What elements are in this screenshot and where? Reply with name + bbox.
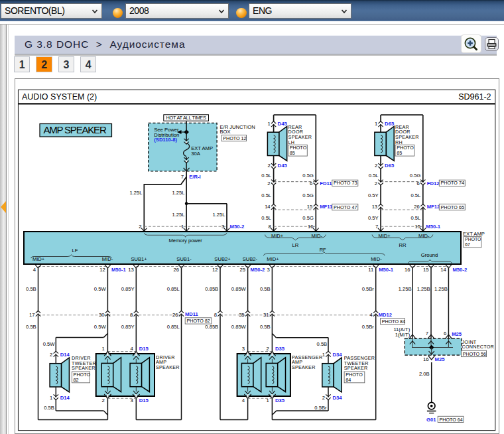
svg-text:0.5G: 0.5G [410, 173, 421, 179]
svg-text:0.5B: 0.5B [44, 405, 54, 411]
svg-text:6: 6 [444, 330, 446, 336]
svg-text:PHOTO 74: PHOTO 74 [441, 180, 464, 186]
svg-text:1: 1 [50, 395, 52, 401]
svg-text:25: 25 [240, 267, 246, 273]
svg-text:D45: D45 [278, 163, 288, 169]
svg-text:SUB2-: SUB2- [243, 256, 258, 262]
svg-text:26: 26 [172, 312, 178, 318]
svg-text:PHOTO 84: PHOTO 84 [382, 319, 405, 325]
svg-text:MID-: MID- [312, 233, 323, 239]
svg-text:14: 14 [265, 204, 270, 210]
svg-text:SPEAKER: SPEAKER [156, 364, 180, 370]
svg-text:1: 1 [181, 224, 184, 230]
svg-text:2: 2 [139, 224, 141, 230]
svg-text:D15: D15 [139, 346, 149, 352]
svg-text:SPEAKER: SPEAKER [344, 365, 368, 371]
svg-text:2: 2 [267, 346, 269, 352]
svg-text:2: 2 [322, 395, 325, 401]
svg-text:SUB1-: SUB1- [176, 256, 192, 262]
svg-text:PHOTO 82: PHOTO 82 [186, 318, 210, 324]
svg-text:1: 1 [102, 346, 105, 352]
svg-text:M50-1: M50-1 [379, 267, 394, 273]
svg-text:M50-1: M50-1 [426, 224, 441, 230]
svg-text:0.5G: 0.5G [302, 173, 314, 179]
svg-text:D65: D65 [385, 121, 395, 127]
svg-text:SPEAKER: SPEAKER [72, 365, 95, 371]
svg-text:4: 4 [33, 267, 36, 273]
svg-text:D45: D45 [278, 121, 288, 127]
svg-text:0.5L: 0.5L [411, 215, 421, 221]
svg-text:PHOTO 65: PHOTO 65 [441, 204, 464, 210]
svg-text:3: 3 [131, 398, 133, 403]
svg-text:15: 15 [414, 224, 420, 230]
svg-text:1: 1 [322, 352, 325, 358]
svg-text:0.5B: 0.5B [26, 286, 36, 292]
svg-text:31: 31 [263, 312, 269, 318]
svg-text:G01: G01 [426, 417, 436, 423]
svg-text:82: 82 [74, 377, 79, 383]
svg-text:30A: 30A [191, 151, 200, 157]
svg-text:PHOTO 64: PHOTO 64 [439, 417, 462, 423]
svg-text:0.5B: 0.5B [260, 286, 271, 292]
svg-text:E/R-I: E/R-I [189, 174, 201, 180]
svg-text:12: 12 [99, 267, 105, 273]
svg-text:1.25B: 1.25B [399, 286, 412, 292]
svg-text:MF11: MF11 [320, 204, 333, 210]
svg-text:0.85L: 0.85L [167, 286, 180, 292]
svg-text:1: 1 [268, 121, 271, 127]
svg-text:SD961-2: SD961-2 [458, 92, 491, 102]
svg-text:30: 30 [99, 312, 104, 318]
svg-text:1.25L: 1.25L [129, 190, 142, 196]
svg-text:2.0B: 2.0B [419, 371, 430, 377]
svg-text:11: 11 [368, 267, 373, 273]
svg-text:PHOTO 73: PHOTO 73 [334, 180, 357, 186]
svg-text:M50-1: M50-1 [111, 267, 127, 273]
svg-text:AMP SPEAKER: AMP SPEAKER [43, 124, 106, 135]
svg-text:4: 4 [369, 312, 372, 318]
svg-text:7: 7 [375, 224, 378, 230]
svg-text:SPEAKER: SPEAKER [292, 364, 316, 370]
svg-text:8: 8 [269, 224, 271, 230]
svg-text:EXT AMP: EXT AMP [463, 231, 485, 237]
svg-text:D34: D34 [333, 395, 343, 401]
svg-text:MID-: MID- [102, 256, 113, 262]
svg-text:1.25L: 1.25L [172, 212, 184, 218]
svg-text:Memory power: Memory power [168, 238, 202, 244]
svg-text:2: 2 [375, 181, 377, 186]
svg-text:MID+: MID+ [267, 256, 279, 262]
svg-text:0.5Br: 0.5Br [314, 405, 327, 411]
svg-text:D14: D14 [60, 352, 70, 358]
svg-text:M50-2: M50-2 [251, 267, 265, 273]
svg-text:6: 6 [417, 181, 420, 186]
svg-text:0.5L: 0.5L [369, 173, 379, 179]
svg-text:LR: LR [292, 242, 299, 248]
svg-text:2: 2 [268, 163, 271, 169]
svg-text:LF: LF [72, 248, 78, 253]
svg-text:D15: D15 [139, 398, 149, 403]
svg-text:3: 3 [267, 267, 270, 273]
svg-text:PHOTO: PHOTO [465, 237, 481, 242]
svg-text:0.5G: 0.5G [302, 192, 314, 198]
svg-text:CONNECTOR: CONNECTOR [462, 344, 494, 350]
svg-text:0.85Y: 0.85Y [121, 324, 135, 330]
svg-text:SUB2+: SUB2+ [214, 256, 231, 262]
svg-text:M50-2: M50-2 [452, 267, 467, 273]
svg-text:13: 13 [128, 267, 134, 273]
svg-text:MID-: MID- [418, 233, 430, 239]
svg-text:M25: M25 [452, 331, 462, 337]
svg-text:D35: D35 [275, 398, 285, 403]
svg-text:(SD110-8): (SD110-8) [154, 137, 177, 143]
svg-text:0.5L: 0.5L [261, 173, 271, 179]
svg-text:M50-2: M50-2 [230, 224, 245, 230]
svg-text:D14: D14 [60, 395, 70, 401]
svg-text:16: 16 [423, 356, 429, 362]
svg-text:MID+: MID+ [378, 233, 391, 239]
svg-text:0.85B: 0.85B [205, 324, 218, 330]
svg-text:0.5L: 0.5L [261, 192, 271, 198]
svg-text:7: 7 [426, 330, 428, 336]
svg-text:1.25B: 1.25B [417, 286, 430, 292]
svg-text:1.25L: 1.25L [172, 190, 184, 196]
svg-text:2: 2 [375, 163, 377, 169]
svg-text:16: 16 [308, 224, 314, 230]
svg-text:FD12: FD12 [427, 181, 440, 186]
